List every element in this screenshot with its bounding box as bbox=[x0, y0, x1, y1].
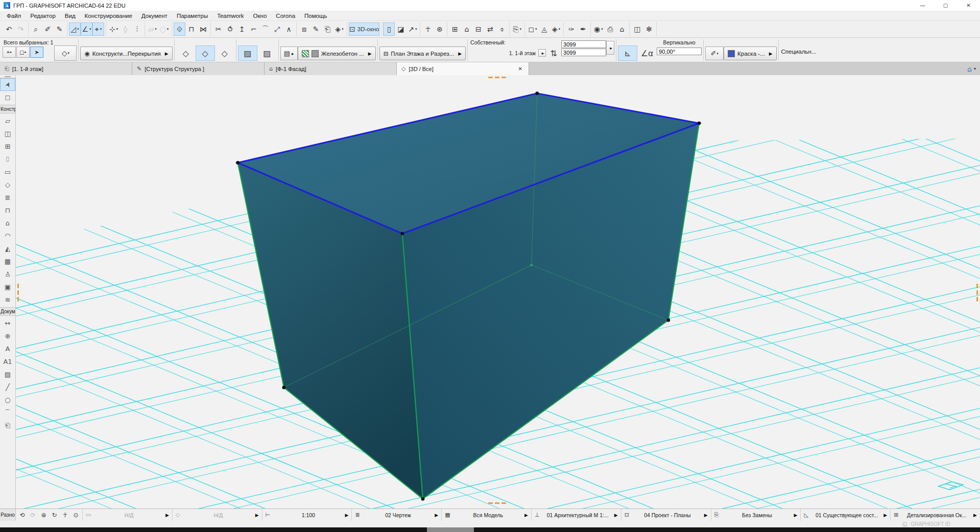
wall-tool[interactable]: ▱ bbox=[0, 114, 15, 127]
floor-plan-display-button[interactable]: ⊟ План Этажа и Разрез... ▶ bbox=[379, 47, 466, 60]
surface-paint-tool-button[interactable]: ✐ ▾ bbox=[705, 47, 724, 60]
layer-combination-quick-option[interactable]: ◇Н/Д▶ bbox=[172, 509, 262, 521]
toolbox-section-констр[interactable]: Констр bbox=[0, 105, 15, 113]
grid-snap-button[interactable]: ⊹▾ bbox=[108, 22, 119, 36]
snap-points-button[interactable]: ⌖▾ bbox=[92, 22, 104, 36]
door-tool[interactable]: ◫ bbox=[0, 127, 15, 140]
fill-pen-button[interactable]: ▨ bbox=[257, 45, 277, 61]
curtain-wall-tool[interactable]: ▦ bbox=[0, 255, 15, 268]
circle-tool[interactable]: ○ bbox=[0, 394, 15, 406]
line-tool[interactable]: ╱ bbox=[0, 381, 15, 394]
trace-options-button[interactable]: ◌▾ bbox=[158, 22, 170, 36]
undo-button[interactable]: ↶ bbox=[3, 22, 15, 36]
fly-through-button[interactable]: ◫ bbox=[631, 22, 643, 36]
render-sun-button[interactable]: ⌂ bbox=[616, 22, 628, 36]
menu-item-8[interactable]: Окно bbox=[249, 12, 272, 19]
measure-button[interactable]: ⊓ bbox=[185, 22, 197, 36]
transform-button[interactable]: ⧈ bbox=[298, 22, 310, 36]
toolbox-section-докум[interactable]: Докум bbox=[0, 307, 15, 316]
object-tool[interactable]: ♙ bbox=[0, 268, 15, 281]
scale-quick-option[interactable]: ⊢1:100▶ bbox=[262, 509, 352, 521]
mesh-tool[interactable]: ≋ bbox=[0, 293, 15, 306]
dimension-tool[interactable]: ↔ bbox=[0, 317, 15, 330]
adjust-button[interactable]: ⥀ bbox=[224, 22, 236, 36]
window-tool[interactable]: ⊞ bbox=[0, 140, 15, 153]
3d-canvas[interactable] bbox=[16, 75, 980, 508]
fit-nav-button[interactable]: ⊙ bbox=[70, 510, 81, 520]
element-type-filter-button[interactable]: ◇ ▾ bbox=[54, 45, 77, 61]
column-tool[interactable]: ⌷ bbox=[0, 153, 15, 166]
marquee-tool[interactable]: ◻ bbox=[0, 91, 15, 104]
find-select-button[interactable]: ⌕ bbox=[30, 22, 42, 36]
modify-button[interactable]: ✎ bbox=[310, 22, 322, 36]
angle-value-input[interactable] bbox=[657, 48, 702, 55]
scroll-indicator-bottom[interactable] bbox=[488, 502, 506, 504]
story-select-button[interactable]: ▸ bbox=[538, 49, 546, 57]
pick-copy-settings-button[interactable]: ⎘▾ bbox=[511, 22, 523, 36]
fill-tool[interactable]: ▨ bbox=[0, 368, 15, 381]
guide-lines-button[interactable]: ◿▾ bbox=[69, 22, 81, 36]
angle-slanted-button[interactable]: ∠α bbox=[637, 45, 657, 61]
convert-selection-button[interactable]: ◬ bbox=[538, 22, 550, 36]
close-button[interactable]: ✕ bbox=[957, 0, 980, 11]
menu-item-3[interactable]: Вид bbox=[60, 12, 80, 19]
geometry-method-2-button[interactable]: ◇ bbox=[196, 45, 215, 61]
redo-button[interactable]: ↷ bbox=[15, 22, 27, 36]
cut-fill-display-button[interactable]: ▨ bbox=[238, 45, 257, 61]
tab-elevation[interactable]: ⌂ [Ф-1 Фасад] bbox=[265, 62, 397, 75]
perspective-button[interactable]: ◪ bbox=[395, 22, 407, 36]
cut-fill-pen-button[interactable]: ▤ ▸ bbox=[280, 47, 298, 60]
gravity-button[interactable]: ⫶ bbox=[131, 22, 143, 36]
geometry-method-3-button[interactable]: ◇ bbox=[215, 45, 234, 61]
scroll-zoom-button[interactable]: ⟲ bbox=[17, 510, 28, 520]
model-view-quick-option[interactable]: ▦Вся Модель▶ bbox=[441, 509, 531, 521]
walk-mode-button[interactable]: ☥ bbox=[422, 22, 434, 36]
scroll-indicator-left[interactable] bbox=[17, 284, 19, 302]
rotate-free-button[interactable]: ◈▾ bbox=[333, 22, 345, 36]
beam-tool[interactable]: ▭ bbox=[0, 166, 15, 178]
3d-window-button[interactable]: ⊡3D-окно bbox=[349, 22, 379, 36]
walk-nav-button[interactable]: ☥ bbox=[60, 510, 70, 520]
explore-nav-button[interactable]: ↻ bbox=[49, 510, 60, 520]
bottom-offset-input[interactable] bbox=[561, 49, 606, 56]
slab-tool[interactable]: ◇ bbox=[0, 178, 15, 191]
projection-options-button[interactable]: ↗▾ bbox=[407, 22, 418, 36]
minimize-button[interactable]: — bbox=[911, 0, 934, 11]
curve-edit-button[interactable]: ∧ bbox=[283, 22, 295, 36]
elevate-button[interactable]: ↥ bbox=[236, 22, 248, 36]
inject-parameters-button[interactable]: ✎ bbox=[54, 22, 65, 36]
tab-section[interactable]: ✎ [Структура Структура ] bbox=[132, 62, 265, 75]
3d-viewport[interactable] bbox=[16, 75, 980, 508]
tab-3d-all[interactable]: ◇ [3D / Все] ✕ bbox=[397, 62, 529, 75]
menu-item-9[interactable]: Corona bbox=[271, 12, 300, 19]
dimension-style-quick-option[interactable]: ⊥01 Архитектурный М 1:...▶ bbox=[531, 509, 621, 521]
level-dimension-tool[interactable]: ⊕ bbox=[0, 330, 15, 342]
menu-item-4[interactable]: Конструирование bbox=[80, 12, 137, 19]
home-story-button[interactable]: ⌂ bbox=[461, 22, 472, 36]
tab-close-icon[interactable]: ✕ bbox=[517, 66, 524, 72]
arrow-tool[interactable]: ➤ bbox=[0, 78, 15, 91]
renovation-filter-quick-option[interactable]: ◺01 Существующее сост...▶ bbox=[800, 509, 890, 521]
virtual-grid-button[interactable]: ⊞ bbox=[449, 22, 461, 36]
element-settings-button[interactable]: ◉ Конструкти...Перекрытия ▶ bbox=[80, 47, 172, 60]
tab-floor-plan[interactable]: ⎗ [1. 1-й этаж] bbox=[0, 62, 132, 75]
scroll-indicator-right[interactable] bbox=[976, 284, 978, 302]
skewed-grid-button[interactable]: ◊ bbox=[119, 22, 131, 36]
parallel-projection-button[interactable]: ▯ bbox=[383, 22, 395, 36]
mirror-view-button[interactable]: ⌽ bbox=[496, 22, 508, 36]
geometry-method-1-button[interactable]: ◇ bbox=[176, 45, 196, 61]
zoom-nav-button[interactable]: ⊕ bbox=[38, 510, 49, 520]
scroll-indicator-top[interactable] bbox=[488, 77, 506, 78]
orbit-nav-button[interactable]: ⟳ bbox=[28, 510, 38, 520]
capture-view-button[interactable]: ◉▾ bbox=[592, 22, 604, 36]
roof-tool[interactable]: ⌂ bbox=[0, 217, 15, 229]
favorites-button[interactable]: ⎗ bbox=[322, 22, 333, 36]
view-folder-quick-option[interactable]: ⊡04 Проект - Планы▶ bbox=[621, 509, 711, 521]
split-button[interactable]: ✂ bbox=[212, 22, 224, 36]
stair-tool[interactable]: ≣ bbox=[0, 191, 15, 204]
arrow-mode-button[interactable]: ➤ bbox=[30, 47, 43, 58]
editing-plane-button[interactable]: ⟐ bbox=[174, 22, 185, 36]
pick-up-parameters-button[interactable]: ✐ bbox=[42, 22, 54, 36]
offset-expand-button[interactable]: ▸ bbox=[606, 41, 614, 55]
drawing-tool[interactable]: ⎗ bbox=[0, 419, 15, 432]
